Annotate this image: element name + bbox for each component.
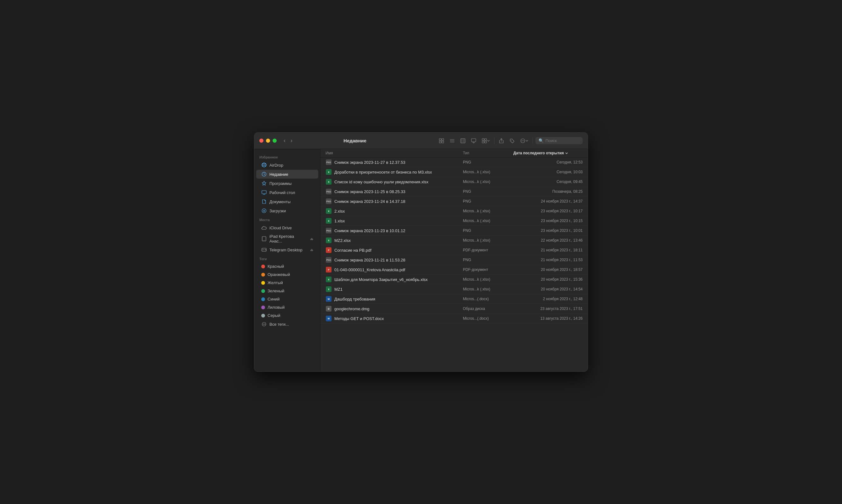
eject-icon-telegram[interactable]: ⏏	[310, 248, 313, 252]
apps-icon	[261, 180, 267, 186]
table-row[interactable]: X Шаблон для Монитора Закрытия_v6_ноябрь…	[321, 275, 588, 285]
file-icon: W	[325, 315, 332, 322]
column-view-button[interactable]	[459, 137, 467, 145]
sidebar-item-tag-gray[interactable]: Серый	[256, 311, 318, 319]
table-row[interactable]: X 1.xlsx Micros...k (.xlsx) 23 ноября 20…	[321, 216, 588, 226]
file-name-cell: PNG Снимок экрана 2023-11-25 в 08.25.33	[325, 188, 463, 195]
file-type: Micros...(.docx)	[463, 297, 513, 301]
file-type: PNG	[463, 258, 513, 262]
svg-point-35	[263, 324, 264, 324]
airdrop-icon	[261, 162, 267, 168]
file-type: PNG	[463, 160, 513, 164]
file-icon-xlsx: X	[326, 179, 332, 185]
file-name: 01-040-0000011_Kretova Anastciia.pdf	[334, 267, 405, 272]
sidebar-item-ipad[interactable]: iPad Кретова Анас... ⏏	[256, 232, 318, 245]
file-name: Список id кому ошибочно ушли уведомления…	[334, 180, 429, 184]
file-name-cell: X 2.xlsx	[325, 208, 463, 214]
table-row[interactable]: PNG Снимок экрана 2023-11-24 в 14.37.18 …	[321, 197, 588, 206]
search-box[interactable]: 🔍	[535, 137, 583, 144]
green-tag-dot	[261, 289, 265, 293]
table-row[interactable]: D googlechrome.dmg Образ диска 23 август…	[321, 304, 588, 314]
gray-tag-label: Серый	[268, 313, 280, 318]
disk-icon	[261, 247, 267, 253]
sidebar-item-documents[interactable]: Документы	[256, 197, 318, 206]
purple-tag-dot	[261, 306, 265, 309]
orange-tag-dot	[261, 273, 265, 276]
file-date: Сегодня, 10:03	[513, 170, 583, 174]
list-view-button[interactable]	[448, 137, 456, 145]
documents-label: Документы	[269, 199, 290, 204]
file-icon: X	[325, 237, 332, 244]
svg-point-20	[522, 141, 523, 141]
table-row[interactable]: W Дашборд требования Micros...(.docx) 2 …	[321, 294, 588, 304]
sidebar-item-tag-orange[interactable]: Оранжевый	[256, 271, 318, 278]
file-icon-xlsx: X	[326, 237, 332, 243]
blue-tag-label: Синий	[268, 297, 280, 302]
search-input[interactable]	[545, 138, 579, 143]
sidebar-item-airdrop[interactable]: AirDrop	[256, 161, 318, 169]
file-name-cell: PNG Снимок экрана 2023-11-27 в 12.37.53	[325, 159, 463, 165]
col-header-type[interactable]: Тип	[463, 151, 513, 155]
sidebar-item-tag-red[interactable]: Красный	[256, 263, 318, 270]
sidebar-item-recents[interactable]: Недавние	[256, 170, 318, 179]
downloads-label: Загрузки	[269, 209, 286, 213]
table-row[interactable]: P 01-040-0000011_Kretova Anastciia.pdf P…	[321, 265, 588, 275]
svg-rect-14	[485, 139, 486, 141]
sidebar-item-tag-purple[interactable]: Лиловый	[256, 303, 318, 311]
table-row[interactable]: PNG Снимок экрана 2023-11-25 в 08.25.33 …	[321, 187, 588, 197]
file-name: Снимок экрана 2023-11-21 в 11.53.28	[334, 258, 405, 263]
file-icon: X	[325, 208, 332, 214]
file-type: PNG	[463, 199, 513, 203]
file-icon: PNG	[325, 257, 332, 263]
apps-label: Программы	[269, 181, 291, 186]
svg-point-36	[264, 324, 264, 324]
icon-view-button[interactable]	[437, 137, 446, 145]
table-row[interactable]: X 2.xlsx Micros...k (.xlsx) 23 ноября 20…	[321, 206, 588, 216]
sidebar-item-desktop[interactable]: Рабочий стол	[256, 188, 318, 197]
sidebar-item-tag-yellow[interactable]: Желтый	[256, 279, 318, 287]
file-icon-docx: W	[326, 316, 332, 321]
tag-button[interactable]	[508, 137, 517, 145]
all-tags-label: Все теги...	[269, 322, 289, 327]
favorites-section-title: Избранное	[254, 153, 320, 160]
col-header-name[interactable]: Имя	[325, 151, 463, 155]
sidebar-item-icloud[interactable]: iCloud Drive	[256, 223, 318, 232]
gallery-view-button[interactable]	[469, 137, 478, 145]
group-view-button[interactable]	[480, 137, 491, 145]
file-icon: PNG	[325, 188, 332, 195]
svg-rect-0	[439, 139, 441, 141]
main-content: Избранное AirDrop	[254, 149, 588, 372]
share-button[interactable]	[497, 137, 506, 145]
sidebar-item-apps[interactable]: Программы	[256, 179, 318, 188]
file-list: PNG Снимок экрана 2023-11-27 в 12.37.53 …	[321, 158, 588, 372]
col-header-date[interactable]: Дата последнего открытия	[513, 151, 583, 155]
table-row[interactable]: PNG Снимок экрана 2023-11-27 в 12.37.53 …	[321, 158, 588, 167]
minimize-button[interactable]	[266, 139, 270, 143]
file-name-cell: X Доработки в приоритеносети от бизнеса …	[325, 169, 463, 175]
table-row[interactable]: PNG Снимок экрана 2023-11-21 в 11.53.28 …	[321, 255, 588, 265]
table-row[interactable]: PNG Снимок экрана 2023-11-23 в 10.01.12 …	[321, 226, 588, 236]
sidebar-item-telegram[interactable]: Telegram Desktop ⏏	[256, 246, 318, 254]
toolbar-right: 🔍	[437, 137, 583, 145]
sidebar-item-downloads[interactable]: Загрузки	[256, 206, 318, 215]
file-icon: X	[325, 169, 332, 175]
svg-point-37	[265, 324, 265, 324]
more-button[interactable]	[518, 137, 530, 145]
table-row[interactable]: W Методы GET и POST.docx Micros...(.docx…	[321, 314, 588, 324]
sidebar-item-tag-all[interactable]: Все теги...	[256, 320, 318, 328]
file-icon-xlsx: X	[326, 208, 332, 214]
table-row[interactable]: X Доработки в приоритеносети от бизнеса …	[321, 167, 588, 177]
file-name-cell: X Список id кому ошибочно ушли уведомлен…	[325, 179, 463, 185]
sidebar-item-tag-green[interactable]: Зеленый	[256, 287, 318, 295]
content-area: Имя Тип Дата последнего открытия PNG Сни…	[321, 149, 588, 372]
sidebar-item-tag-blue[interactable]: Синий	[256, 295, 318, 303]
table-row[interactable]: X Список id кому ошибочно ушли уведомлен…	[321, 177, 588, 187]
purple-tag-label: Лиловый	[268, 305, 285, 310]
eject-icon-ipad[interactable]: ⏏	[310, 237, 313, 241]
close-button[interactable]	[259, 139, 264, 143]
table-row[interactable]: P Согласие на PB.pdf PDF-документ 21 ноя…	[321, 246, 588, 255]
sidebar: Избранное AirDrop	[254, 149, 321, 372]
table-row[interactable]: X MZ2.xlsx Micros...k (.xlsx) 22 ноября …	[321, 236, 588, 246]
table-row[interactable]: X MZ1 Micros...k (.xlsx) 20 ноября 2023 …	[321, 285, 588, 294]
file-icon-xlsx: X	[326, 276, 332, 282]
